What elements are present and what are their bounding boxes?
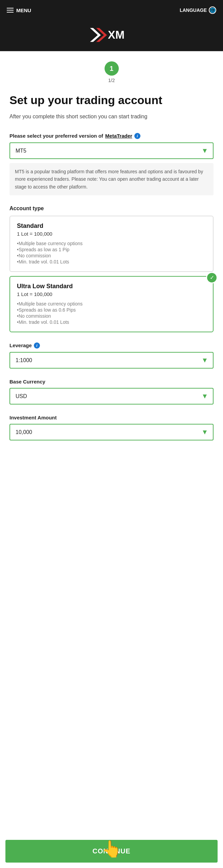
logo-area: XM — [0, 20, 223, 51]
leverage-select[interactable]: 1:1 1:2 1:5 1:10 1:25 1:50 1:100 1:200 1… — [10, 353, 213, 368]
leverage-label-text: Leverage — [9, 342, 32, 348]
base-currency-select[interactable]: USD EUR GBP JPY AUD CHF — [10, 389, 213, 404]
continue-button[interactable]: CONTINUE — [5, 840, 218, 863]
metatrader-select-wrapper: MT4 MT5 ▼ — [9, 142, 214, 159]
investment-amount-select[interactable]: 100 500 1,000 5,000 10,000 20,000 50,000 — [10, 425, 213, 440]
hamburger-icon — [7, 8, 14, 13]
account-type-section: Account type Standard 1 Lot = 100,000 •M… — [9, 205, 214, 332]
leverage-select-wrapper: 1:1 1:2 1:5 1:10 1:25 1:50 1:100 1:200 1… — [9, 352, 214, 369]
investment-amount-section: Investment Amount 100 500 1,000 5,000 10… — [9, 415, 214, 440]
continue-button-wrapper: CONTINUE — [0, 836, 223, 868]
base-currency-label: Base Currency — [9, 379, 214, 384]
step-number: 1 — [110, 65, 113, 73]
standard-feature-3: •No commission — [17, 253, 206, 258]
step-indicator: 1 1/2 — [9, 61, 214, 83]
selected-check-badge: ✓ — [206, 272, 218, 283]
standard-feature-4: •Min. trade vol. 0.01 Lots — [17, 259, 206, 264]
header: MENU LANGUAGE 🌐 — [0, 0, 223, 20]
ultra-low-title: Ultra Low Standard — [17, 283, 206, 290]
language-button[interactable]: LANGUAGE 🌐 — [180, 6, 216, 14]
ultra-low-lot: 1 Lot = 100,000 — [17, 291, 206, 297]
ultra-low-feature-4: •Min. trade vol. 0.01 Lots — [17, 319, 206, 325]
metatrader-select[interactable]: MT4 MT5 — [10, 143, 213, 158]
menu-button[interactable]: MENU — [7, 7, 31, 13]
ultra-low-features: •Multiple base currency options •Spreads… — [17, 301, 206, 325]
leverage-info-icon[interactable]: i — [34, 342, 40, 349]
svg-text:XM: XM — [108, 28, 125, 41]
globe-icon: 🌐 — [209, 6, 216, 14]
standard-title: Standard — [17, 222, 206, 230]
ultra-low-feature-1: •Multiple base currency options — [17, 301, 206, 307]
ultra-low-feature-2: •Spreads as low as 0.6 Pips — [17, 307, 206, 313]
metatrader-link[interactable]: MetaTrader — [105, 133, 132, 139]
account-card-standard[interactable]: Standard 1 Lot = 100,000 •Multiple base … — [9, 216, 214, 272]
step-fraction: 1/2 — [108, 78, 115, 83]
base-currency-select-wrapper: USD EUR GBP JPY AUD CHF ▼ — [9, 388, 214, 405]
account-card-ultra-low-standard[interactable]: ✓ Ultra Low Standard 1 Lot = 100,000 •Mu… — [9, 276, 214, 332]
metatrader-info-icon[interactable]: i — [134, 133, 140, 139]
xm-logo: XM — [87, 26, 136, 43]
investment-amount-label: Investment Amount — [9, 415, 214, 420]
standard-feature-1: •Multiple base currency options — [17, 241, 206, 246]
ultra-low-feature-3: •No commission — [17, 313, 206, 319]
leverage-section: Leverage i 1:1 1:2 1:5 1:10 1:25 1:50 1:… — [9, 342, 214, 369]
page-title: Set up your trading account — [9, 93, 214, 107]
standard-features: •Multiple base currency options •Spreads… — [17, 241, 206, 264]
leverage-label: Leverage i — [9, 342, 214, 349]
investment-amount-select-wrapper: 100 500 1,000 5,000 10,000 20,000 50,000… — [9, 424, 214, 440]
standard-lot: 1 Lot = 100,000 — [17, 231, 206, 237]
page-subtitle: After you complete this short section yo… — [9, 113, 214, 121]
base-currency-section: Base Currency USD EUR GBP JPY AUD CHF ▼ — [9, 379, 214, 405]
standard-feature-2: •Spreads as low as 1 Pip — [17, 247, 206, 252]
metatrader-section: Please select your preferred version of … — [9, 133, 214, 195]
metatrader-info-box: MT5 is a popular trading platform that o… — [9, 163, 214, 195]
metatrader-label: Please select your preferred version of … — [9, 133, 214, 139]
menu-label: MENU — [16, 7, 31, 13]
account-type-label: Account type — [9, 205, 214, 212]
language-label: LANGUAGE — [180, 7, 207, 13]
metatrader-info-text: MT5 is a popular trading platform that o… — [15, 169, 203, 190]
step-circle: 1 — [105, 61, 119, 76]
main-content: 1 1/2 Set up your trading account After … — [0, 51, 223, 491]
metatrader-label-prefix: Please select your preferred version of — [9, 133, 103, 139]
